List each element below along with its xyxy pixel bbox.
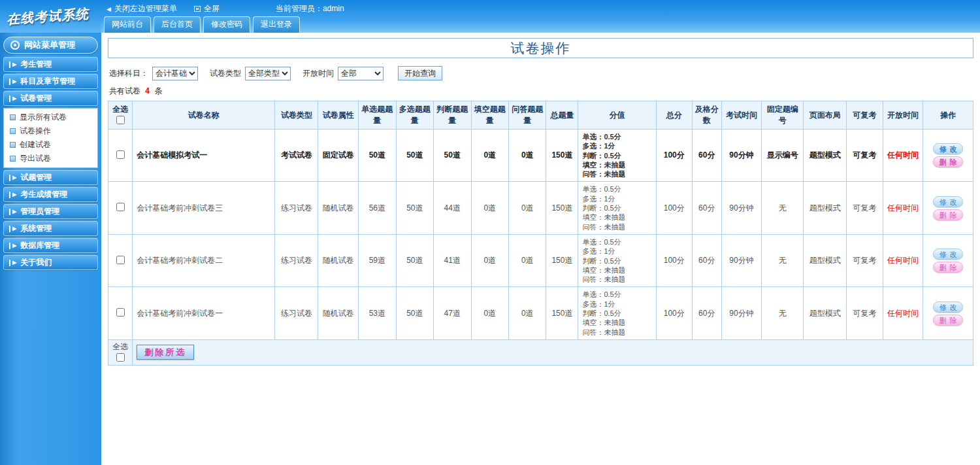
sidebar-item[interactable]: ▶试题管理 xyxy=(3,170,98,185)
delete-button[interactable]: 删除 xyxy=(933,315,963,326)
paper-name-cell: 会计基础考前冲刺试卷三 xyxy=(133,182,275,234)
total-questions-cell: 150道 xyxy=(546,234,578,286)
column-header: 总分 xyxy=(656,101,692,129)
topbar: ◀ 关闭左边管理菜单 全屏 当前管理员：admin xyxy=(101,0,980,18)
time-filter-label: 开放时间 xyxy=(302,68,334,79)
edit-button[interactable]: 修改 xyxy=(933,301,963,313)
sidebar-item[interactable]: ▶数据库管理 xyxy=(3,238,98,253)
row-select-cell xyxy=(108,129,133,182)
filter-bar: 选择科目： 会计基础 试卷类型 全部类型 开放时间 全部 开始查询 xyxy=(109,66,973,80)
submenu-item[interactable]: 试卷操作 xyxy=(4,124,97,138)
column-header: 固定题编号 xyxy=(762,101,804,129)
score-line: 问答：未抽题 xyxy=(582,222,653,232)
paper-attribute-cell: 固定试卷 xyxy=(318,129,359,182)
delete-button[interactable]: 删除 xyxy=(933,209,963,220)
pass-score-cell: 60分 xyxy=(692,129,721,182)
sidebar-item[interactable]: ▶管理员管理 xyxy=(3,204,98,219)
delete-selected-button[interactable]: 删除所选 xyxy=(137,345,194,360)
page-title: 试卷操作 xyxy=(108,38,973,58)
exam-duration-cell: 90分钟 xyxy=(721,287,762,339)
edit-button[interactable]: 修改 xyxy=(933,196,963,207)
page-layout-cell: 题型模式 xyxy=(804,129,847,182)
total-score-cell: 100分 xyxy=(656,129,692,182)
score-line: 单选：0.5分 xyxy=(582,132,653,141)
paper-type-cell: 练习试卷 xyxy=(275,182,318,234)
open-time-select[interactable]: 全部 xyxy=(338,67,384,80)
app-logo: 在线考试系统 xyxy=(0,0,101,33)
sidebar-item[interactable]: ▶考生管理 xyxy=(3,57,98,72)
menu-arrow-icon: ▶ xyxy=(9,61,16,68)
pass-score-cell: 60分 xyxy=(692,287,721,339)
score-line: 多选：1分 xyxy=(582,247,653,256)
sidebar-item-label: 试卷管理 xyxy=(20,93,52,104)
search-button[interactable]: 开始查询 xyxy=(398,66,442,80)
current-admin-label: 当前管理员：admin xyxy=(276,3,344,14)
row-checkbox[interactable] xyxy=(116,203,125,211)
retake-cell: 可复考 xyxy=(847,182,883,234)
footer-select-all-checkbox[interactable] xyxy=(116,353,125,362)
row-checkbox[interactable] xyxy=(116,150,125,159)
single-choice-count-cell: 53道 xyxy=(359,287,396,339)
sidebar-item[interactable]: ▶试卷管理 xyxy=(3,91,98,106)
score-line: 填空：未抽题 xyxy=(582,266,653,275)
tab-logout[interactable]: 退出登录 xyxy=(253,16,300,33)
single-choice-count-cell: 56道 xyxy=(359,182,396,234)
close-menu-button[interactable]: ◀ 关闭左边管理菜单 xyxy=(106,3,177,14)
top-header: ◀ 关闭左边管理菜单 全屏 当前管理员：admin 网站前台 后台首页 修改密码… xyxy=(101,0,980,33)
multi-choice-count-cell: 50道 xyxy=(396,182,433,234)
total-questions-cell: 150道 xyxy=(546,182,578,234)
tab-change-password[interactable]: 修改密码 xyxy=(203,16,250,33)
footer-actions-cell: 删除所选 xyxy=(133,339,973,365)
tabs-row: 网站前台 后台首页 修改密码 退出登录 xyxy=(101,18,980,33)
submenu-item[interactable]: 显示所有试卷 xyxy=(4,111,97,124)
sidebar-item[interactable]: ▶关于我们 xyxy=(3,255,98,270)
menu-arrow-icon: ▶ xyxy=(9,175,16,181)
column-header: 开放时间 xyxy=(883,101,923,129)
select-all-checkbox[interactable] xyxy=(116,116,125,124)
sidebar-menu-header[interactable]: 网站菜单管理 xyxy=(3,37,98,54)
sidebar-item-label: 考生管理 xyxy=(20,59,52,70)
row-checkbox[interactable] xyxy=(116,308,125,317)
delete-button[interactable]: 删除 xyxy=(933,262,963,273)
edit-button[interactable]: 修改 xyxy=(933,249,963,260)
sidebar-item-label: 数据库管理 xyxy=(20,240,59,251)
edit-button[interactable]: 修改 xyxy=(933,143,963,154)
sidebar-item[interactable]: ▶系统管理 xyxy=(3,221,98,236)
score-line: 单选：0.5分 xyxy=(582,290,653,299)
open-time-cell: 任何时间 xyxy=(883,287,923,339)
list-icon xyxy=(10,114,16,120)
submenu-panel: 显示所有试卷试卷操作创建试卷导出试卷 xyxy=(3,108,98,168)
operations-cell: 修改删除 xyxy=(923,287,973,339)
score-detail-cell: 单选：0.5分多选：1分判断：0.5分填空：未抽题问答：未抽题 xyxy=(578,287,656,339)
submenu-item[interactable]: 导出试卷 xyxy=(4,152,97,165)
fill-blank-count-cell: 0道 xyxy=(471,129,508,182)
paper-count: 4 xyxy=(145,86,150,95)
tab-site-front[interactable]: 网站前台 xyxy=(104,16,151,33)
submenu-item[interactable]: 创建试卷 xyxy=(4,138,97,152)
subject-select[interactable]: 会计基础 xyxy=(152,67,198,80)
score-line: 多选：1分 xyxy=(582,300,653,309)
sidebar-item[interactable]: ▶科目及章节管理 xyxy=(3,74,98,89)
page: 在线考试系统 网站菜单管理 ▶考生管理▶科目及章节管理▶试卷管理显示所有试卷试卷… xyxy=(0,0,980,465)
paper-type-select[interactable]: 全部类型 xyxy=(245,67,291,80)
score-line: 填空：未抽题 xyxy=(582,213,653,222)
tab-admin-home[interactable]: 后台首页 xyxy=(154,16,201,33)
column-header: 操作 xyxy=(923,101,973,129)
row-select-cell xyxy=(108,234,133,286)
multi-choice-count-cell: 50道 xyxy=(396,234,433,286)
type-filter-label: 试卷类型 xyxy=(210,68,241,79)
score-line: 填空：未抽题 xyxy=(582,160,653,169)
select-all-header: 全选 xyxy=(108,101,133,129)
fill-blank-count-cell: 0道 xyxy=(471,287,508,339)
fill-blank-count-cell: 0道 xyxy=(471,182,508,234)
page-layout-cell: 题型模式 xyxy=(804,287,847,339)
column-header: 判断题题量 xyxy=(434,101,471,129)
column-header: 及格分数 xyxy=(692,101,721,129)
score-detail-cell: 单选：0.5分多选：1分判断：0.5分填空：未抽题问答：未抽题 xyxy=(578,234,656,286)
score-line: 问答：未抽题 xyxy=(582,328,653,337)
sidebar-item[interactable]: ▶考生成绩管理 xyxy=(3,187,98,202)
row-checkbox[interactable] xyxy=(116,256,125,264)
delete-button[interactable]: 删除 xyxy=(933,156,963,167)
fullscreen-button[interactable]: 全屏 xyxy=(194,3,220,14)
sidebar-item-label: 科目及章节管理 xyxy=(20,76,75,87)
